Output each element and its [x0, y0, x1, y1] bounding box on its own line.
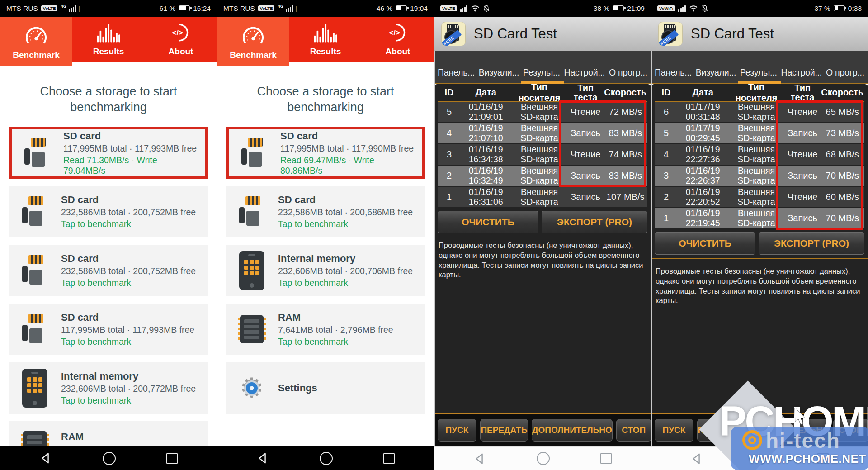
- row-id: 6: [655, 107, 678, 117]
- storage-list-item[interactable]: SD card 232,586MB total · 200,752MB free…: [9, 245, 208, 296]
- advanced-button[interactable]: ДОПОЛНИТЕЛЬНО: [749, 419, 830, 442]
- row-id: 1: [438, 192, 461, 202]
- result-row[interactable]: 5 01/16/19 21:09:01 Внешняя SD-карта Чте…: [438, 102, 647, 123]
- row-media-line1: Внешняя: [728, 123, 784, 133]
- tab-benchmark[interactable]: Benchmark: [217, 17, 289, 66]
- nav-home-button[interactable]: [537, 452, 550, 465]
- clock: 19:04: [410, 5, 428, 13]
- nav-recents-button[interactable]: [383, 453, 395, 464]
- storage-title: SD card: [63, 130, 202, 142]
- row-date-day: 01/16/19: [678, 145, 728, 154]
- storage-list-item[interactable]: Internal memory 232,606MB total · 200,70…: [226, 245, 425, 296]
- result-row[interactable]: 1 01/16/19 22:19:45 Внешняя SD-карта Зап…: [655, 208, 864, 229]
- nav-back-button[interactable]: [39, 452, 52, 465]
- result-row[interactable]: 1 01/16/19 16:31:06 Внешняя SD-карта Зап…: [438, 187, 647, 208]
- storage-list-item[interactable]: Internal memory 232,606MB total · 200,77…: [9, 362, 208, 414]
- tab-visualize[interactable]: Визуали...: [696, 67, 736, 78]
- storage-item-text: RAM 7,641MB total · 2,796MB free Tap to …: [278, 312, 393, 347]
- transfer-button[interactable]: ПЕРЕДАТЬ: [697, 419, 745, 442]
- app-icon: FREE: [441, 22, 466, 46]
- storage-list-item[interactable]: SD card 232,586MB total · 200,686MB free…: [226, 186, 425, 237]
- result-row[interactable]: 2 01/16/19 22:20:52 Внешняя SD-карта Чте…: [655, 187, 864, 208]
- stop-button[interactable]: СТОП: [616, 419, 651, 442]
- nav-recents-button[interactable]: [166, 453, 178, 464]
- storage-status: Tap to benchmark: [278, 337, 393, 347]
- tab-settings[interactable]: Настрой...: [564, 67, 605, 78]
- advanced-button[interactable]: ДОПОЛНИТЕЛЬНО: [532, 419, 613, 442]
- row-date-day: 01/16/19: [678, 166, 728, 176]
- tab-benchmark[interactable]: Benchmark: [0, 17, 72, 66]
- storage-list-item[interactable]: SD card 117,995MB total · 117,993MB free…: [9, 304, 208, 355]
- tab-results[interactable]: Results: [72, 17, 145, 62]
- row-media-type: Внешняя SD-карта: [511, 102, 567, 122]
- row-id: 4: [655, 149, 678, 160]
- transfer-button[interactable]: ПЕРЕДАТЬ: [480, 419, 528, 442]
- row-date: 01/16/19 16:32:49: [461, 166, 511, 185]
- tab-visualize[interactable]: Визуали...: [479, 67, 519, 78]
- storage-list-item[interactable]: RAM 7,641MB total · 2,796MB free Tap to …: [226, 304, 425, 355]
- result-row[interactable]: 5 01/17/19 00:29:45 Внешняя SD-карта Зап…: [655, 123, 864, 144]
- result-row[interactable]: 2 01/16/19 16:32:49 Внешняя SD-карта Зап…: [438, 166, 647, 187]
- row-test-type: Чтение: [568, 149, 604, 160]
- svg-text:</>: </>: [172, 28, 183, 37]
- row-date-time: 22:19:45: [678, 218, 728, 228]
- tab-results[interactable]: Results: [289, 17, 362, 62]
- storage-list-item[interactable]: RAM: [9, 421, 208, 446]
- tab-about[interactable]: О прогр...: [609, 67, 647, 78]
- composite-screenshot: MTS RUS VoLTE 4G | 61 % 16:24 Benchmark …: [0, 0, 868, 470]
- app-icon: FREE: [658, 22, 683, 46]
- result-row[interactable]: 4 01/16/19 21:07:10 Внешняя SD-карта Зап…: [438, 123, 647, 144]
- tab-results[interactable]: Результ...: [523, 67, 560, 78]
- tab-settings[interactable]: Настрой...: [781, 67, 822, 78]
- stop-button[interactable]: СТОП: [833, 419, 868, 442]
- storage-list-item[interactable]: SD card 117,995MB total · 117,993MB free…: [9, 127, 208, 179]
- row-date-time: 00:31:48: [678, 112, 728, 122]
- sd-card-icon: [21, 193, 49, 231]
- nav-recents-button[interactable]: [817, 453, 829, 464]
- start-button[interactable]: ПУСК: [655, 419, 693, 442]
- export-button[interactable]: ЭКСПОРТ (PRO): [542, 211, 647, 233]
- row-date-day: 01/16/19: [678, 209, 728, 218]
- tab-panel[interactable]: Панель...: [438, 67, 475, 78]
- result-row[interactable]: 4 01/16/19 22:27:36 Внешняя SD-карта Чте…: [655, 144, 864, 166]
- tab-about[interactable]: </> About: [145, 17, 217, 62]
- battery-icon: [834, 5, 845, 12]
- safety-note: Проводимые тесты безопасны (не уничтожаю…: [656, 266, 863, 306]
- tab-panel[interactable]: Панель...: [655, 67, 692, 78]
- storage-list-item[interactable]: SD card 117,995MB total · 117,990MB free…: [226, 127, 425, 179]
- row-media-type: Внешняя SD-карта: [511, 123, 567, 143]
- svg-text:</>: </>: [389, 28, 400, 37]
- nav-back-button[interactable]: [473, 452, 486, 465]
- page-title: Choose a storage to start benchmarking: [23, 84, 194, 115]
- row-media-type: Внешняя SD-карта: [728, 166, 784, 185]
- tab-about[interactable]: </> About: [362, 17, 434, 62]
- table-actions: ОЧИСТИТЬ ЭКСПОРТ (PRO): [655, 232, 864, 255]
- nav-home-button[interactable]: [754, 452, 767, 465]
- storage-item-text: SD card 232,586MB total · 200,752MB free…: [61, 253, 196, 288]
- app-content: Choose a storage to start benchmarking S…: [217, 66, 434, 446]
- tab-results[interactable]: Результ...: [740, 67, 777, 78]
- result-row[interactable]: 6 01/17/19 00:31:48 Внешняя SD-карта Чте…: [655, 102, 864, 123]
- nav-recents-button[interactable]: [600, 453, 612, 464]
- storage-item-text: SD card 117,995MB total · 117,993MB free…: [61, 312, 194, 347]
- result-row[interactable]: 3 01/16/19 22:26:37 Внешняя SD-карта Зап…: [655, 166, 864, 187]
- row-test-type: Запись: [568, 128, 604, 138]
- row-test-type: Запись: [785, 171, 821, 181]
- row-date-day: 01/17/19: [678, 123, 728, 133]
- storage-list-item[interactable]: SD card 232,586MB total · 200,752MB free…: [9, 186, 208, 237]
- row-date-day: 01/16/19: [461, 123, 511, 133]
- clear-button[interactable]: ОЧИСТИТЬ: [655, 232, 755, 255]
- result-row[interactable]: 3 01/16/19 16:34:38 Внешняя SD-карта Чте…: [438, 144, 647, 166]
- sim-divider: |: [79, 5, 80, 12]
- nav-home-button[interactable]: [103, 452, 116, 465]
- start-button[interactable]: ПУСК: [438, 419, 476, 442]
- storage-icon-slot: [237, 193, 266, 231]
- export-button[interactable]: ЭКСПОРТ (PRO): [759, 232, 864, 255]
- nav-back-button[interactable]: [690, 452, 703, 465]
- storage-list-item[interactable]: ⚙ Settings: [226, 362, 425, 414]
- clear-button[interactable]: ОЧИСТИТЬ: [438, 211, 538, 233]
- nav-back-button[interactable]: [256, 452, 269, 465]
- nav-home-button[interactable]: [320, 452, 333, 465]
- storage-icon-slot: [20, 431, 49, 446]
- tab-about[interactable]: О прогр...: [826, 67, 864, 78]
